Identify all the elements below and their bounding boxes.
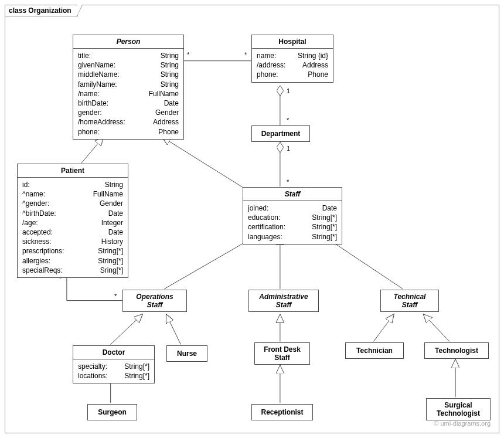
- class-title: Nurse: [167, 346, 207, 361]
- class-department: Department: [251, 125, 310, 142]
- watermark: © uml-diagrams.org: [434, 420, 491, 427]
- class-title: Hospital: [252, 35, 333, 48]
- class-staff: Staff joined:Dateeducation:String[*]cert…: [243, 187, 342, 245]
- class-title: Administrative Staff: [249, 290, 318, 311]
- class-attrs: joined:Dateeducation:String[*]certificat…: [243, 201, 342, 244]
- class-person: Person title:StringgivenName:Stringmiddl…: [73, 35, 184, 140]
- class-administrative-staff: Administrative Staff: [248, 290, 319, 312]
- class-attrs: name:String {id}/address:Addressphone:Ph…: [252, 49, 333, 82]
- class-receptionist: Receptionist: [251, 404, 313, 420]
- class-surgeon: Surgeon: [87, 404, 137, 420]
- class-nurse: Nurse: [166, 345, 207, 362]
- class-technical-staff: Technical Staff: [380, 290, 439, 312]
- class-title: Technologist: [425, 343, 488, 358]
- class-attrs: id:String^name:FullName^gender:Gender^bi…: [18, 178, 128, 277]
- class-technician: Technician: [345, 342, 404, 359]
- class-title: Doctor: [73, 346, 154, 359]
- svg-line-12: [423, 314, 449, 342]
- mult-label: *: [287, 178, 289, 185]
- svg-line-4: [162, 137, 251, 192]
- diagram-frame: class Organization: [0, 0, 504, 438]
- svg-line-5: [164, 236, 256, 289]
- mult-label: *: [287, 117, 289, 124]
- class-title: Operations Staff: [123, 290, 186, 311]
- class-doctor: Doctor specialty:String[*]locations:Stri…: [73, 345, 155, 383]
- class-title: Person: [73, 35, 183, 48]
- class-front-desk-staff: Front Desk Staff: [254, 342, 310, 365]
- class-title: Surgical Technologist: [427, 399, 490, 420]
- class-surgical-technologist: Surgical Technologist: [426, 398, 491, 420]
- mult-label: *: [114, 293, 117, 300]
- class-title: Technician: [346, 343, 403, 358]
- class-title: Staff: [243, 188, 342, 201]
- class-hospital: Hospital name:String {id}/address:Addres…: [251, 35, 333, 83]
- diagram-border: class Organization: [5, 5, 499, 433]
- class-attrs: specialty:String[*]locations:String[*]: [73, 359, 154, 383]
- class-title: Surgeon: [88, 405, 137, 420]
- class-patient: Patient id:String^name:FullName^gender:G…: [17, 164, 128, 278]
- class-technologist: Technologist: [424, 342, 489, 359]
- class-operations-staff: Operations Staff: [122, 290, 187, 312]
- svg-line-9: [166, 314, 181, 345]
- svg-line-11: [373, 314, 394, 342]
- mult-label: 1: [287, 87, 290, 94]
- class-title: Technical Staff: [381, 290, 438, 311]
- svg-line-8: [111, 314, 143, 345]
- frame-title: class Organization: [5, 5, 78, 16]
- class-title: Patient: [18, 164, 128, 177]
- class-title: Receptionist: [252, 405, 312, 420]
- mult-label: *: [187, 51, 189, 58]
- class-title: Department: [252, 126, 309, 141]
- mult-label: 1: [287, 145, 290, 152]
- mult-label: *: [244, 51, 247, 58]
- class-attrs: title:StringgivenName:StringmiddleName:S…: [73, 49, 183, 139]
- svg-line-3: [81, 137, 104, 163]
- class-title: Front Desk Staff: [255, 343, 309, 364]
